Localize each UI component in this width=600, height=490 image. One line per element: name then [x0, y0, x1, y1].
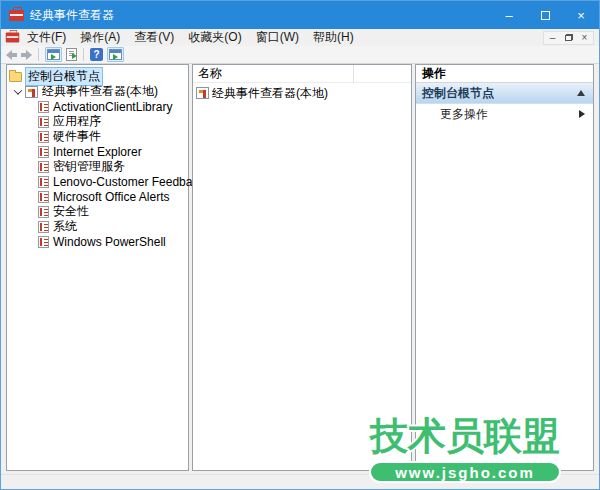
- tree-item-label: 密钥管理服务: [53, 158, 125, 175]
- event-viewer-icon: [25, 86, 38, 98]
- tree-item-label: Internet Explorer: [53, 145, 142, 159]
- tree-item-event-viewer[interactable]: 经典事件查看器(本地): [7, 84, 188, 99]
- mdi-restore-icon: [565, 34, 573, 41]
- tree-item-log[interactable]: ActivationClientLibrary: [7, 99, 188, 114]
- actions-panel-title: 操作: [416, 65, 593, 83]
- event-viewer-icon: [196, 87, 209, 99]
- titlebar: 经典事件查看器 – ×: [1, 1, 599, 29]
- mdi-minimize-button[interactable]: –: [545, 32, 560, 44]
- event-log-icon: [38, 221, 49, 233]
- toolbar-separator: [38, 48, 39, 61]
- back-button[interactable]: [6, 50, 17, 60]
- event-log-icon: [38, 161, 49, 173]
- mmc-window: 经典事件查看器 – × 文件(F) 操作(A) 查看(V) 收藏夹(O) 窗口(…: [0, 0, 600, 490]
- menu-action[interactable]: 操作(A): [73, 29, 127, 46]
- tree-item-log[interactable]: 硬件事件: [7, 129, 188, 144]
- show-console-tree-button[interactable]: [45, 47, 62, 62]
- menu-window[interactable]: 窗口(W): [249, 29, 306, 46]
- more-actions-item[interactable]: 更多操作: [416, 104, 593, 124]
- show-console-tree-icon: [47, 49, 60, 60]
- tree-item-label: 硬件事件: [53, 128, 101, 145]
- menu-favorites[interactable]: 收藏夹(O): [181, 29, 248, 46]
- help-button[interactable]: ?: [90, 48, 103, 61]
- column-divider[interactable]: [353, 65, 354, 83]
- menu-view[interactable]: 查看(V): [127, 29, 181, 46]
- results-list-panel: 名称 经典事件查看器(本地): [192, 64, 412, 471]
- event-log-icon: [38, 206, 49, 218]
- export-list-button[interactable]: [66, 48, 77, 61]
- show-hide-action-pane-button[interactable]: [107, 47, 124, 62]
- tree-item-label: Lenovo-Customer Feedback: [53, 175, 204, 189]
- forward-icon: [26, 50, 32, 60]
- toolbar: ?: [1, 46, 599, 64]
- close-button[interactable]: ×: [563, 1, 599, 29]
- event-log-icon: [38, 116, 49, 128]
- minimize-button[interactable]: –: [491, 1, 527, 29]
- window-controls: – ×: [491, 1, 599, 29]
- tree-item-log[interactable]: Internet Explorer: [7, 144, 188, 159]
- folder-icon: [9, 72, 22, 82]
- maximize-button[interactable]: [527, 1, 563, 29]
- maximize-icon: [541, 11, 550, 20]
- event-log-icon: [38, 101, 49, 113]
- more-actions-label: 更多操作: [440, 106, 488, 123]
- export-list-icon: [66, 48, 77, 61]
- toolbar-separator-2: [83, 48, 84, 61]
- actions-group-label: 控制台根节点: [422, 85, 494, 102]
- tree-item-label: 经典事件查看器(本地): [42, 83, 158, 100]
- collapse-icon[interactable]: [577, 90, 585, 96]
- menu-help[interactable]: 帮助(H): [306, 29, 361, 46]
- back-icon-tail: [12, 53, 17, 57]
- menu-file[interactable]: 文件(F): [20, 29, 73, 46]
- list-item-event-viewer[interactable]: 经典事件查看器(本地): [193, 85, 411, 101]
- tree-item-log[interactable]: 系统: [7, 219, 188, 234]
- mdi-window-controls: – ×: [543, 31, 594, 45]
- submenu-arrow-icon: [579, 110, 585, 118]
- tree-item-label: 系统: [53, 218, 77, 235]
- actions-panel: 操作 控制台根节点 更多操作: [415, 64, 594, 471]
- tree-item-console-root[interactable]: 控制台根节点: [7, 69, 188, 84]
- list-item-label: 经典事件查看器(本地): [212, 85, 328, 102]
- tree-item-label: Windows PowerShell: [53, 235, 166, 249]
- event-log-icon: [38, 176, 49, 188]
- event-log-icon: [38, 146, 49, 158]
- tree-item-log[interactable]: 应用程序: [7, 114, 188, 129]
- chevron-down-icon[interactable]: [14, 86, 22, 94]
- mmc-toolbox-icon-small: [6, 33, 20, 43]
- show-hide-action-pane-icon: [109, 49, 122, 60]
- mdi-close-button[interactable]: ×: [577, 32, 592, 44]
- actions-panel-title-label: 操作: [422, 65, 446, 82]
- forward-button[interactable]: [21, 50, 32, 60]
- tree-item-label: Microsoft Office Alerts: [53, 190, 169, 204]
- menubar: 文件(F) 操作(A) 查看(V) 收藏夹(O) 窗口(W) 帮助(H) – ×: [1, 29, 599, 46]
- mdi-restore-button[interactable]: [561, 32, 576, 44]
- tree-item-log[interactable]: 密钥管理服务: [7, 159, 188, 174]
- column-header-label: 名称: [198, 65, 222, 82]
- tree-item-log[interactable]: Windows PowerShell: [7, 234, 188, 249]
- window-title: 经典事件查看器: [30, 7, 114, 24]
- tree-item-log[interactable]: 安全性: [7, 204, 188, 219]
- tree-item-log[interactable]: Lenovo-Customer Feedback: [7, 174, 188, 189]
- event-log-icon: [38, 236, 49, 248]
- mmc-toolbox-icon: [9, 10, 24, 21]
- tree-item-label: ActivationClientLibrary: [53, 100, 172, 114]
- main-area: 控制台根节点 经典事件查看器(本地) ActivationClientLibra…: [1, 64, 599, 474]
- console-tree-panel: 控制台根节点 经典事件查看器(本地) ActivationClientLibra…: [6, 64, 189, 471]
- event-log-icon: [38, 131, 49, 143]
- tree-item-log[interactable]: Microsoft Office Alerts: [7, 189, 188, 204]
- actions-group-header[interactable]: 控制台根节点: [416, 83, 593, 104]
- event-log-icon: [38, 191, 49, 203]
- list-column-header[interactable]: 名称: [193, 65, 411, 83]
- status-bar: [1, 474, 599, 489]
